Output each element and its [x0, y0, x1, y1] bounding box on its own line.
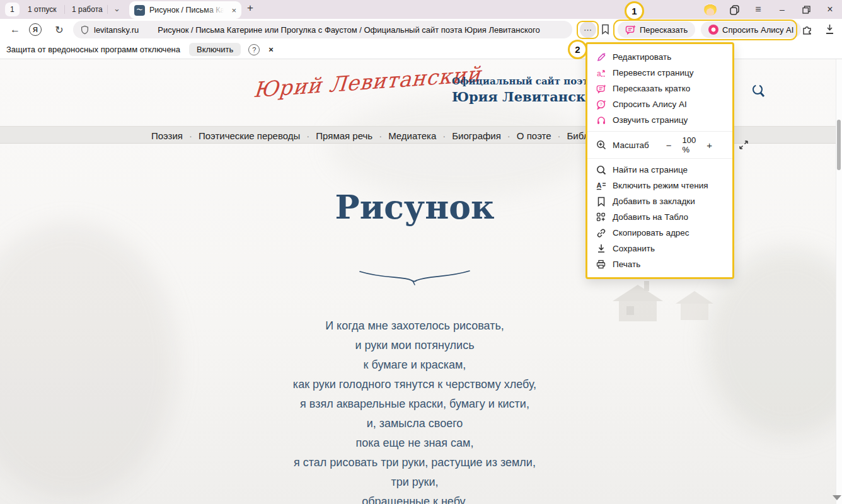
site-search-icon[interactable]	[751, 83, 766, 102]
menu-item-ask-alice[interactable]: ? Спросить Алису AI	[587, 96, 732, 112]
tab-group-label: 1	[10, 5, 14, 14]
menu-item-label: Редактировать	[613, 52, 671, 62]
tab-group-divider	[107, 5, 108, 14]
browser-actions-menu: Редактировать а Перевести страницу Перес…	[585, 42, 734, 279]
find-icon	[596, 164, 606, 175]
tab-group-1[interactable]: 1	[5, 3, 20, 16]
nav-item-biography[interactable]: Биография	[436, 130, 501, 141]
tab-overview-icon[interactable]	[722, 0, 746, 19]
poem-text: И когда мне захотелось рисовать, и руки …	[0, 316, 829, 504]
copy-link-icon	[596, 227, 606, 238]
menu-item-find[interactable]: Найти на странице	[587, 162, 732, 178]
restore-button[interactable]	[794, 0, 818, 19]
menu-item-label: Перевести страницу	[613, 68, 693, 77]
menu-item-copy-address[interactable]: Скопировать адрес	[587, 225, 732, 241]
menu-item-label: Добавить в закладки	[613, 197, 695, 206]
scrollbar-track[interactable]	[836, 59, 842, 504]
tab-group-label: 1 работа	[72, 5, 103, 14]
menu-item-label: Включить режим чтения	[613, 181, 708, 190]
nav-item-poetry[interactable]: Поэзия	[151, 130, 183, 141]
downloads-baseline	[826, 33, 833, 34]
poem-line: к бумаге и краскам,	[0, 355, 829, 375]
menu-item-translate[interactable]: а Перевести страницу	[587, 65, 732, 81]
poem-line: как руки голодного тянутся к черствому х…	[0, 375, 829, 394]
poem-line: три руки,	[0, 472, 829, 492]
scrollbar-thumb[interactable]	[837, 120, 841, 170]
profile-avatar[interactable]	[698, 0, 722, 19]
edit-icon	[596, 52, 606, 62]
svg-text:а: а	[597, 69, 601, 78]
zoom-icon	[596, 140, 606, 151]
site-shield-icon	[81, 25, 89, 35]
yandex-home-button[interactable]: Я	[28, 19, 43, 40]
tab-group-divider	[64, 5, 65, 14]
nav-item-about[interactable]: О поэте	[501, 130, 551, 141]
tableau-icon	[596, 212, 606, 222]
menu-item-zoom: Масштаб − 100 % +	[587, 135, 732, 155]
tab-group-label: 1 отпуск	[28, 5, 57, 14]
bookmark-flag-icon[interactable]	[601, 24, 610, 37]
menu-item-add-bookmark[interactable]: Добавить в закладки	[587, 193, 732, 209]
address-page-title: Рисунок / Письма Катерине или Прогулка с…	[158, 25, 539, 35]
menu-item-voice-page[interactable]: Озвучить страницу	[587, 112, 732, 128]
annotation-step-2: 2	[568, 40, 587, 59]
menu-item-reader-mode[interactable]: A Включить режим чтения	[587, 178, 732, 193]
poem-line: И когда мне захотелось рисовать,	[0, 316, 829, 336]
menu-item-save[interactable]: Сохранить	[587, 241, 732, 256]
annotation-highlight-ai-buttons	[613, 20, 797, 40]
menu-item-add-tableau[interactable]: Добавить на Табло	[587, 209, 732, 225]
tab-title: Рисунок / Письма Кате	[149, 6, 224, 14]
voice-icon	[596, 115, 606, 125]
active-tab[interactable]: 〜 Рисунок / Письма Кате ×	[129, 1, 241, 19]
poem-line: обращенные к небу,	[0, 492, 829, 504]
scroll-down-arrow-icon[interactable]	[833, 495, 841, 500]
ask-alice-icon: ?	[596, 99, 606, 110]
tab-close-icon[interactable]: ×	[231, 6, 236, 15]
minimize-button[interactable]: –	[770, 0, 794, 19]
refresh-button[interactable]: ↻	[52, 19, 67, 40]
tab-group-rabota[interactable]: 1 работа	[67, 3, 108, 16]
annotation-highlight-more-button	[577, 21, 599, 39]
zoom-value: 100 %	[683, 135, 696, 154]
site-favicon-icon: 〜	[134, 5, 145, 16]
help-icon[interactable]: ?	[248, 44, 260, 55]
menu-item-label: Спросить Алису AI	[613, 100, 687, 109]
annotation-step-1: 1	[625, 1, 644, 21]
tab-group-otpusk[interactable]: 1 отпуск	[23, 3, 62, 16]
yandex-logo-icon: Я	[29, 23, 42, 36]
new-tab-button[interactable]: +	[247, 2, 253, 14]
menu-item-print[interactable]: Печать	[587, 256, 732, 272]
menu-item-edit[interactable]: Редактировать	[587, 49, 732, 65]
zoom-in-button[interactable]: +	[702, 140, 717, 151]
menu-item-label: Озвучить страницу	[613, 115, 688, 125]
tab-title-fade	[206, 6, 224, 14]
menu-item-label: Скопировать адрес	[613, 228, 689, 238]
zoom-out-button[interactable]: −	[662, 140, 676, 151]
warning-text: Защита от вредоносных программ отключена	[6, 45, 180, 54]
back-button[interactable]: ←	[8, 19, 23, 40]
close-window-button[interactable]: ×	[818, 0, 842, 19]
menu-item-summarize[interactable]: Пересказать кратко	[587, 81, 732, 96]
reader-mode-icon: A	[596, 180, 606, 191]
print-icon	[596, 259, 606, 270]
nav-item-direct-speech[interactable]: Прямая речь	[300, 130, 372, 141]
fullscreen-icon[interactable]	[738, 140, 749, 151]
save-icon	[596, 243, 606, 254]
translate-icon: а	[596, 67, 606, 78]
poem-line: я стал рисовать три руки, растущие из зе…	[0, 453, 829, 472]
background-texture	[328, 97, 592, 198]
poem-line: я взял акварельные краски, бумагу и кист…	[0, 394, 829, 414]
browser-menu-icon[interactable]: ≡	[746, 0, 770, 19]
address-bar[interactable]: levitansky.ru Рисунок / Письма Катерине …	[73, 21, 572, 38]
warning-close-icon[interactable]: ×	[268, 45, 274, 54]
chevron-down-icon[interactable]: ⌄	[113, 4, 120, 13]
browser-window: 1 1 отпуск 1 работа ⌄ 〜 Рисунок / Письма…	[0, 0, 842, 504]
extensions-puzzle-icon[interactable]	[802, 24, 813, 38]
nav-item-translations[interactable]: Поэтические переводы	[183, 130, 300, 141]
enable-protection-button[interactable]: Включить	[189, 43, 241, 56]
downloads-icon[interactable]	[826, 24, 834, 34]
svg-text:?: ?	[599, 101, 603, 107]
nav-item-mediateka[interactable]: Медиатека	[372, 130, 436, 141]
site-logo-signature[interactable]: Юрий Левитанский	[253, 64, 456, 103]
menu-divider	[587, 131, 732, 132]
